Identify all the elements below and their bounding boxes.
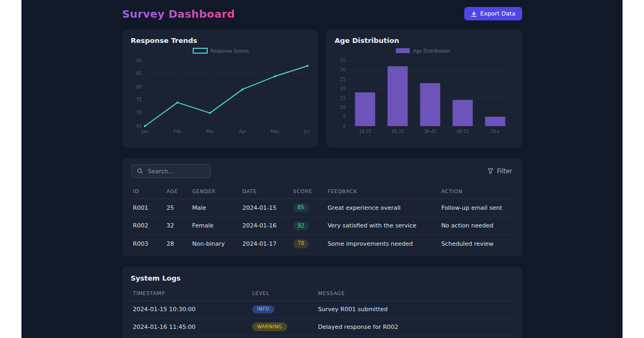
cell-score: 92: [291, 217, 325, 235]
search-box[interactable]: [131, 164, 211, 178]
system-logs-table: TIMESTAMPLEVELMESSAGE 2024-01-15 10:30:0…: [131, 286, 514, 338]
age-distribution-card: Age Distribution 0510152025303518-2526-3…: [326, 30, 522, 148]
log-level-badge: WARNING: [252, 322, 287, 331]
svg-text:Jun: Jun: [303, 129, 309, 134]
column-header-age: AGE: [164, 185, 190, 199]
page-title: Survey Dashboard: [122, 8, 235, 20]
svg-text:56+: 56+: [491, 129, 500, 134]
filter-button[interactable]: Filter: [486, 166, 513, 176]
svg-text:65: 65: [136, 124, 141, 129]
svg-text:75: 75: [136, 98, 141, 102]
cell-id: R001: [131, 199, 165, 217]
response-trends-card: Response Trends 657075808590JanFebMarApr…: [122, 30, 318, 148]
cell-age: 25: [164, 199, 190, 217]
header-bar: Survey Dashboard Export Data: [122, 7, 522, 20]
system-logs-title: System Logs: [131, 274, 514, 282]
svg-text:80: 80: [136, 85, 141, 90]
age-distribution-chart: 0510152025303518-2526-3536-4546-5556+Age…: [335, 46, 514, 140]
svg-text:Mar: Mar: [206, 129, 214, 134]
search-input[interactable]: [147, 167, 205, 175]
cell-feedback: Some improvements needed: [325, 235, 439, 253]
export-data-label: Export Data: [480, 10, 516, 17]
cell-message: Failed to process R003 feedback: [316, 336, 514, 338]
cell-score: 85: [291, 199, 325, 217]
svg-text:25: 25: [340, 77, 345, 82]
score-badge: 78: [293, 239, 309, 248]
svg-text:Apr: Apr: [238, 129, 246, 134]
svg-text:90: 90: [136, 58, 141, 63]
svg-text:26-35: 26-35: [391, 129, 404, 134]
svg-text:70: 70: [136, 111, 141, 115]
cell-date: 2024-01-15: [240, 199, 291, 217]
svg-text:18-25: 18-25: [358, 129, 371, 134]
svg-text:0: 0: [342, 124, 345, 129]
cell-date: 2024-01-16: [240, 217, 291, 235]
svg-text:5: 5: [342, 114, 345, 119]
column-header-score: SCORE: [291, 185, 325, 199]
svg-text:46-55: 46-55: [456, 129, 469, 134]
cell-date: 2024-01-17: [240, 235, 291, 253]
cell-gender: Female: [190, 217, 240, 235]
column-header-date: DATE: [240, 185, 291, 199]
content-container: Survey Dashboard Export Data Response Tr…: [122, 0, 522, 338]
survey-table-card: Filter IDAGEGENDERDATESCOREFEEDBACKACTIO…: [122, 158, 522, 256]
svg-text:85: 85: [136, 71, 141, 76]
survey-table-header-row: IDAGEGENDERDATESCOREFEEDBACKACTION: [131, 185, 514, 199]
svg-text:Feb: Feb: [173, 129, 181, 134]
cell-age: 32: [164, 217, 190, 235]
survey-table: IDAGEGENDERDATESCOREFEEDBACKACTION R0012…: [131, 185, 514, 253]
column-header-id: ID: [131, 185, 165, 199]
cell-feedback: Very satisfied with the service: [325, 217, 439, 235]
chart-legend[interactable]: Response Scores: [193, 48, 249, 54]
table-row: R00232Female2024-01-1692Very satisfied w…: [131, 217, 514, 235]
cell-gender: Non-binary: [190, 235, 240, 253]
svg-text:10: 10: [340, 105, 345, 110]
cell-action: Scheduled review: [439, 235, 513, 253]
column-header-feedback: FEEDBACK: [325, 185, 439, 199]
cell-level: ERROR: [250, 336, 316, 338]
svg-text:Response Scores: Response Scores: [210, 48, 249, 54]
export-data-button[interactable]: Export Data: [464, 7, 522, 20]
cell-message: Survey R001 submitted: [316, 300, 514, 318]
download-icon: [471, 11, 477, 17]
cell-id: R002: [131, 217, 165, 235]
table-row: R00125Male2024-01-1585Great experience o…: [131, 199, 514, 217]
column-header-message: MESSAGE: [316, 286, 514, 301]
cell-action: No action needed: [439, 217, 513, 235]
svg-text:20: 20: [340, 86, 345, 91]
cell-score: 78: [291, 235, 325, 253]
svg-text:36-45: 36-45: [423, 129, 436, 134]
svg-text:30: 30: [340, 68, 345, 72]
chart-legend[interactable]: Age Distribution: [396, 48, 450, 54]
table-row: R00328Non-binary2024-01-1778Some improve…: [131, 235, 514, 253]
column-header-level: LEVEL: [250, 286, 316, 301]
search-icon: [137, 168, 143, 174]
cell-message: Delayed response for R002: [316, 318, 514, 336]
cell-gender: Male: [190, 199, 240, 217]
log-row: 2024-01-17 09:15:00ERRORFailed to proces…: [131, 336, 514, 338]
charts-row: Response Trends 657075808590JanFebMarApr…: [122, 30, 522, 148]
age-distribution-title: Age Distribution: [335, 36, 514, 45]
cell-feedback: Great experience overall: [325, 199, 439, 217]
cell-level: INFO: [250, 300, 316, 318]
logs-table-header-row: TIMESTAMPLEVELMESSAGE: [131, 286, 514, 301]
column-header-gender: GENDER: [190, 185, 240, 199]
score-badge: 85: [293, 203, 309, 212]
svg-text:35: 35: [340, 58, 345, 63]
svg-text:May: May: [270, 129, 280, 134]
log-row: 2024-01-15 10:30:00INFOSurvey R001 submi…: [131, 300, 514, 318]
log-row: 2024-01-16 11:45:00WARNINGDelayed respon…: [131, 318, 514, 336]
svg-text:Jan: Jan: [141, 129, 148, 134]
response-trends-title: Response Trends: [131, 36, 310, 45]
column-header-timestamp: TIMESTAMP: [131, 286, 250, 301]
svg-text:15: 15: [340, 96, 345, 101]
response-trends-chart: 657075808590JanFebMarAprMayJunResponse S…: [131, 46, 310, 140]
table-toolbar: Filter: [131, 164, 514, 178]
svg-text:Age Distribution: Age Distribution: [413, 48, 450, 54]
cell-level: WARNING: [250, 318, 316, 336]
cell-action: Follow-up email sent: [439, 199, 513, 217]
dashboard-panel: Survey Dashboard Export Data Response Tr…: [21, 0, 623, 338]
cell-timestamp: 2024-01-16 11:45:00: [131, 318, 250, 336]
log-level-badge: INFO: [252, 305, 274, 314]
cell-timestamp: 2024-01-15 10:30:00: [131, 300, 250, 318]
